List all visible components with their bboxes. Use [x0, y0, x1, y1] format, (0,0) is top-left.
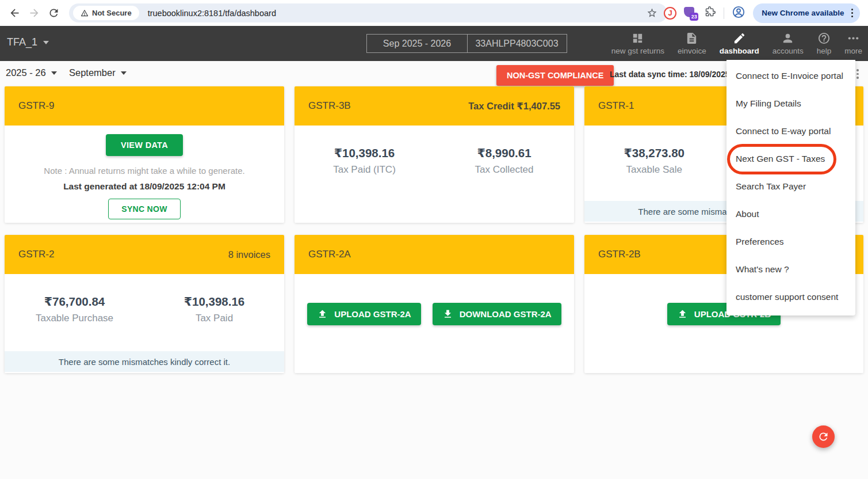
stat-value: ₹10,398.16	[144, 295, 284, 309]
download-icon	[442, 309, 453, 320]
menu-item-customer-support-consent[interactable]: customer support consent	[726, 283, 855, 311]
card-gstr9: GSTR-9 VIEW DATA Note : Annual returns m…	[5, 86, 284, 223]
app-nav: TFA_1 Sep 2025 - 2026 33AHLPP4803C003 ne…	[0, 26, 868, 61]
person-icon	[781, 32, 794, 45]
stat-label: Taxable Sale	[584, 164, 724, 176]
chrome-menu-icon[interactable]	[849, 6, 856, 20]
nav-item-new-gst-returns[interactable]: new gst returns	[611, 32, 664, 55]
refresh-icon	[817, 431, 829, 443]
update-pill-label: New Chrome available	[762, 9, 844, 17]
forward-icon[interactable]	[24, 3, 44, 23]
non-gst-compliance-button[interactable]: NON-GST COMPLIANCE	[496, 65, 614, 86]
stat-taxable-purchase: ₹76,700.84 Taxable Purchase	[5, 295, 144, 324]
purple-extension-icon[interactable]: 23	[684, 7, 697, 20]
nav-items: new gst returns einvoice dashboard accou…	[611, 26, 865, 61]
invoice-count-label: 8 invoices	[228, 249, 270, 260]
help-icon	[817, 32, 831, 45]
browser-toolbar: Not Secure truebooklinux2:8181/tfa/dashb…	[0, 0, 868, 26]
chevron-down-icon	[43, 41, 49, 44]
view-data-button[interactable]: VIEW DATA	[106, 134, 183, 156]
upload-icon	[317, 309, 328, 320]
warning-icon	[81, 9, 89, 17]
tax-credit-label: Tax Credit ₹1,407.55	[468, 101, 560, 112]
card-header: GSTR-3B Tax Credit ₹1,407.55	[295, 86, 574, 126]
nav-item-label: help	[817, 47, 832, 55]
period-box[interactable]: Sep 2025 - 2026	[366, 34, 468, 53]
nav-item-help[interactable]: help	[817, 32, 832, 55]
card-gstr2: GSTR-2 8 invoices ₹76,700.84 Taxable Pur…	[5, 235, 284, 373]
stat-label: Taxable Purchase	[5, 313, 144, 324]
menu-item-my-filing-details[interactable]: My Filing Details	[726, 90, 855, 117]
menu-item-next-gen-gst-taxes[interactable]: Next Gen GST - Taxes	[726, 145, 855, 173]
stat-tax-collected: ₹8,990.61 Tax Collected	[434, 146, 574, 176]
menu-item-connect-eway-portal[interactable]: Connect to E-way portal	[726, 117, 855, 145]
download-gstr2a-button[interactable]: DOWNLOAD GSTR-2A	[433, 303, 561, 325]
stat-value: ₹8,990.61	[434, 146, 574, 160]
url-bar[interactable]: Not Secure truebooklinux2:8181/tfa/dashb…	[69, 3, 667, 22]
last-sync-text: Last data sync time: 18/09/2025 12	[610, 70, 741, 79]
menu-item-about[interactable]: About	[726, 200, 855, 228]
card-header: GSTR-2A	[295, 235, 574, 274]
sync-now-button[interactable]: SYNC NOW	[108, 199, 180, 219]
menu-item-connect-einvoice-portal[interactable]: Connect to E-Invoice portal	[726, 62, 855, 90]
grid-icon	[631, 32, 644, 45]
gstin-label: 33AHLPP4803C003	[475, 39, 558, 49]
not-secure-chip[interactable]: Not Secure	[73, 6, 139, 20]
reload-icon[interactable]	[44, 3, 63, 23]
nav-item-label: einvoice	[678, 47, 706, 55]
nav-item-einvoice[interactable]: einvoice	[678, 32, 706, 55]
screen: Not Secure truebooklinux2:8181/tfa/dashb…	[0, 0, 868, 479]
extensions-puzzle-icon[interactable]	[704, 6, 716, 20]
stat-value: ₹38,273.80	[584, 146, 724, 160]
menu-item-search-tax-payer[interactable]: Search Tax Payer	[726, 173, 855, 200]
nav-item-accounts[interactable]: accounts	[773, 32, 804, 55]
profile-avatar-icon[interactable]	[732, 5, 745, 21]
stat-value: ₹76,700.84	[5, 295, 144, 309]
chevron-down-icon	[121, 71, 127, 75]
year-label: 2025 - 26	[6, 67, 46, 78]
stat-taxable-sale: ₹38,273.80 Taxable Sale	[584, 146, 724, 176]
last-generated-text: Last generated at 18/09/2025 12:04 PM	[63, 181, 225, 192]
button-label: UPLOAD GSTR-2A	[334, 309, 411, 319]
more-dots-icon	[847, 32, 860, 45]
upload-icon	[677, 309, 688, 320]
year-select[interactable]: 2025 - 26	[6, 67, 57, 78]
gstin-box[interactable]: 33AHLPP4803C003	[467, 34, 567, 53]
card-gstr3b: GSTR-3B Tax Credit ₹1,407.55 ₹10,398.16 …	[295, 86, 574, 223]
stat-label: Tax Collected	[434, 164, 574, 176]
chrome-update-pill[interactable]: New Chrome available	[753, 3, 860, 23]
company-name: TFA_1	[7, 36, 37, 48]
nav-item-label: more	[844, 47, 862, 55]
extensions-area: J 23 New Chrome available	[664, 0, 860, 26]
month-select[interactable]: September	[69, 67, 127, 78]
back-icon[interactable]	[5, 3, 24, 23]
card-gstr2a: GSTR-2A UPLOAD GSTR-2A DOWNLOAD GSTR-2A	[295, 235, 574, 373]
nav-item-dashboard[interactable]: dashboard	[720, 32, 759, 55]
security-label: Not Secure	[92, 9, 132, 17]
extension-badge: 23	[690, 13, 698, 21]
upload-gstr2a-button[interactable]: UPLOAD GSTR-2A	[307, 303, 420, 325]
menu-item-whats-new[interactable]: What's new ?	[726, 256, 855, 283]
chevron-down-icon	[51, 71, 57, 75]
nav-item-label: accounts	[773, 47, 804, 55]
url-text[interactable]: truebooklinux2:8181/tfa/dashboard	[148, 9, 642, 18]
filterbar-kebab-icon[interactable]	[856, 69, 859, 81]
company-selector[interactable]: TFA_1	[7, 36, 49, 48]
j-extension-icon[interactable]: J	[664, 7, 676, 20]
button-label: DOWNLOAD GSTR-2A	[460, 309, 552, 319]
period-label: Sep 2025 - 2026	[383, 39, 451, 49]
card-title: GSTR-2A	[308, 249, 351, 260]
nav-item-more[interactable]: more	[844, 32, 862, 55]
refresh-fab[interactable]	[812, 425, 835, 448]
bookmark-star-icon[interactable]	[642, 3, 661, 23]
card-header: GSTR-2 8 invoices	[5, 235, 284, 274]
card-title: GSTR-2B	[598, 249, 641, 260]
month-label: September	[69, 67, 116, 78]
more-menu: Connect to E-Invoice portal My Filing De…	[726, 60, 855, 315]
nav-item-label: dashboard	[720, 47, 759, 55]
pencil-icon	[733, 32, 746, 45]
stat-tax-paid: ₹10,398.16 Tax Paid	[144, 295, 284, 324]
card-title: GSTR-2	[18, 249, 54, 260]
menu-item-preferences[interactable]: Preferences	[726, 228, 855, 256]
nav-item-label: new gst returns	[611, 47, 664, 55]
